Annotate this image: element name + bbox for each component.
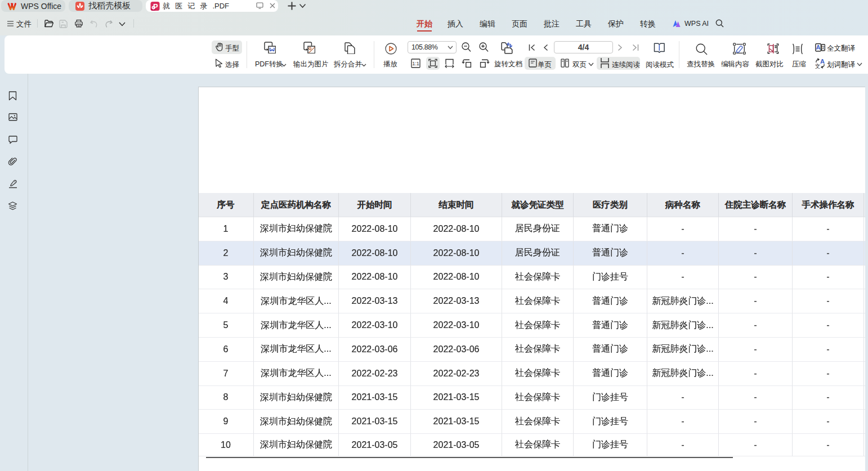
svg-text:文: 文 bbox=[815, 63, 821, 69]
svg-text:A: A bbox=[820, 58, 825, 65]
svg-text:1:1: 1:1 bbox=[412, 61, 419, 66]
svg-text:A: A bbox=[816, 44, 821, 51]
svg-text:文: 文 bbox=[821, 45, 825, 50]
